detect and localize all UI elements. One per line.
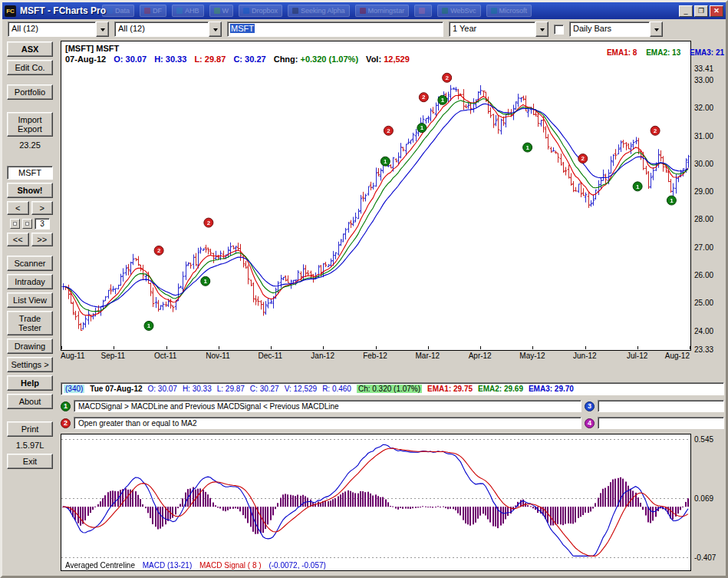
exit-button[interactable]: Exit: [7, 454, 53, 469]
version-label: 1.5.97L: [7, 440, 53, 451]
quote-open: O: 30.07: [114, 54, 147, 64]
status-change: Ch: 0.320 (1.07%): [357, 385, 422, 393]
ghost-tab-icon: [144, 8, 150, 14]
trade-tester-button[interactable]: Trade Tester: [7, 311, 53, 335]
bar-style-value: Daily Bars: [569, 21, 650, 37]
edit-co-button[interactable]: Edit Co.: [7, 60, 53, 75]
ghost-tab-label: AHB: [185, 7, 199, 15]
status-close: C: 30.27: [250, 385, 279, 393]
ghost-tab-label: DF: [153, 7, 162, 15]
ghost-tab-icon: [214, 8, 220, 14]
chevron-down-icon[interactable]: [209, 21, 222, 37]
condition-1-text-field[interactable]: MACDSignal > MACDLine and Previous MACDS…: [74, 400, 581, 412]
chevron-down-icon[interactable]: [96, 21, 109, 37]
arrow-down-icon: [540, 28, 545, 34]
x-axis-label: Jan-12: [311, 352, 334, 360]
group-filter-value: All (12): [114, 21, 209, 37]
y-axis-label: 33.00: [694, 76, 713, 84]
symbol-code-field[interactable]: MSFT: [7, 166, 53, 180]
import-export-button[interactable]: Import Export: [7, 112, 53, 137]
prev-stock-button[interactable]: <: [7, 201, 29, 215]
taskbar-ghost-tab[interactable]: Morningstar: [355, 5, 410, 17]
macd-y-axis-label: -0.407: [694, 553, 716, 562]
price-chart-canvas[interactable]: [61, 69, 690, 350]
y-axis-label: 32.00: [694, 104, 713, 112]
ema-legend: EMA1: 8 EMA2: 13 EMA3: 21: [600, 48, 724, 57]
x-axis-label: Mar-12: [415, 352, 440, 360]
chevron-down-icon[interactable]: [650, 21, 663, 37]
x-axis-label: Aug-11: [61, 352, 85, 360]
about-button[interactable]: About: [7, 394, 53, 409]
x-axis-label: Jun-12: [573, 352, 597, 360]
change-label: Chng:: [274, 54, 298, 64]
period-select[interactable]: 1 Year: [449, 21, 548, 37]
ghost-tab-icon: [491, 8, 497, 14]
ghost-tab-icon: [419, 8, 425, 14]
settings-button[interactable]: Settings >: [7, 357, 53, 372]
arrow-down-icon: [654, 28, 659, 34]
taskbar-ghost-tab[interactable]: DF: [140, 5, 166, 17]
status-low: L: 29.87: [217, 385, 245, 393]
ghost-tab-label: Dropbox: [252, 7, 278, 15]
taskbar-ghost-tab[interactable]: Dropbox: [239, 5, 282, 17]
status-open: O: 30.07: [148, 385, 177, 393]
list-filter-select[interactable]: All (12): [8, 21, 109, 37]
maximize-button[interactable]: ❐: [694, 5, 708, 17]
chevron-down-icon[interactable]: [535, 21, 548, 37]
close-button[interactable]: ✕: [710, 5, 723, 17]
x-axis-label: Jul-12: [627, 352, 647, 360]
taskbar-ghost-tab[interactable]: Microsoft: [486, 5, 532, 17]
splitter[interactable]: [61, 362, 724, 382]
print-button[interactable]: Print: [7, 421, 53, 437]
taskbar-ghost-tab[interactable]: AHB: [172, 5, 204, 17]
ema1-legend: EMA1: 8: [607, 48, 637, 57]
drawing-button[interactable]: Drawing: [7, 339, 53, 354]
flag-toggle-icon[interactable]: [10, 219, 20, 229]
y-axis-label: 25.00: [694, 299, 713, 307]
x-axis-label: Apr-12: [469, 352, 492, 360]
taskbar-ghost-tab[interactable]: W: [209, 5, 234, 17]
ghost-tab-icon: [176, 8, 183, 14]
titlebar[interactable]: FC MSFT - FCharts Pro DataDFAHBWDropboxS…: [2, 2, 726, 19]
y-axis-label: 33.41: [694, 64, 713, 73]
group-filter-select[interactable]: All (12): [114, 21, 222, 37]
app-window: FC MSFT - FCharts Pro DataDFAHBWDropboxS…: [0, 0, 728, 578]
last-stock-button[interactable]: >>: [31, 233, 54, 246]
ghost-tab-label: WebSvc: [450, 7, 476, 15]
show-button[interactable]: Show!: [7, 183, 53, 198]
adjusted-checkbox[interactable]: [554, 25, 564, 35]
taskbar-ghost-tab[interactable]: Seeking Alpha: [288, 5, 350, 17]
x-axis-label: Nov-11: [206, 352, 230, 360]
symbol-input[interactable]: MSFT: [227, 21, 443, 37]
intraday-button[interactable]: Intraday: [7, 274, 53, 289]
marker-count-field[interactable]: 3: [35, 218, 50, 230]
condition-1-badge: 1: [61, 401, 71, 411]
status-ema1: EMA1: 29.75: [427, 385, 473, 393]
bar-style-select[interactable]: Daily Bars: [569, 21, 663, 37]
chart-ohlc-line: 07-Aug-12 O: 30.07 H: 30.33 L: 29.87 C: …: [65, 54, 415, 64]
taskbar-ghost-tab[interactable]: Data: [102, 5, 134, 17]
macd-line-label: MACD (13-21): [143, 561, 192, 570]
list-view-button[interactable]: List View: [7, 292, 53, 308]
condition-2-badge: 2: [61, 418, 71, 428]
price-plot: [MSFT] MSFT 07-Aug-12 O: 30.07 H: 30.33 …: [61, 41, 691, 351]
flag-toggle-2-icon[interactable]: [22, 219, 32, 229]
condition-4-field[interactable]: [598, 417, 724, 429]
minimize-button[interactable]: _: [679, 5, 693, 17]
taskbar-ghost-tab[interactable]: WebSvc: [437, 5, 480, 17]
status-high: H: 30.33: [183, 385, 212, 393]
condition-3-field[interactable]: [598, 400, 724, 412]
ghost-tab-icon: [442, 8, 448, 14]
x-axis-label: Oct-11: [154, 352, 176, 360]
status-bar: (340) Tue 07-Aug-12 O: 30.07 H: 30.33 L:…: [61, 382, 724, 395]
portfolio-button[interactable]: Portfolio: [7, 84, 53, 100]
help-button[interactable]: Help: [7, 375, 53, 391]
condition-2-text-field[interactable]: Open greater than or equal to MA2: [74, 417, 581, 429]
taskbar-ghost-tab[interactable]: [414, 5, 432, 17]
first-stock-button[interactable]: <<: [7, 233, 29, 246]
status-ema2: EMA2: 29.69: [478, 385, 523, 393]
next-stock-button[interactable]: >: [31, 201, 54, 215]
scanner-button[interactable]: Scanner: [7, 256, 53, 271]
condition-row-1: 1 MACDSignal > MACDLine and Previous MAC…: [61, 400, 724, 412]
macd-chart-canvas[interactable]: [61, 434, 690, 570]
